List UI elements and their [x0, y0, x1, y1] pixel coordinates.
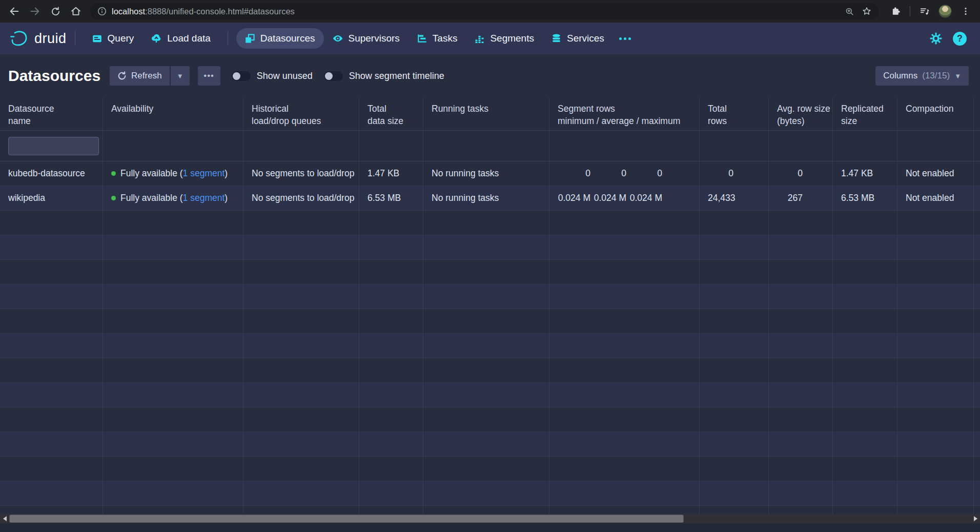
- empty-cell: [549, 506, 700, 514]
- zoom-page-icon[interactable]: [845, 7, 854, 16]
- column-header-load-drop-queues[interactable]: Historicalload/drop queues: [243, 97, 359, 130]
- empty-cell: [359, 358, 423, 382]
- nav-item-segments[interactable]: Segments: [466, 28, 543, 49]
- nav-item-tasks[interactable]: Tasks: [409, 28, 466, 49]
- segment-count-link[interactable]: 1 segment: [183, 168, 225, 179]
- show-segment-timeline-switch[interactable]: [324, 71, 343, 81]
- table-row-kubedb-datasource[interactable]: kubedb-datasourceFully available (1 segm…: [0, 161, 980, 186]
- empty-cell: [769, 358, 833, 382]
- scroll-right-button[interactable]: [971, 514, 980, 523]
- empty-cell: [103, 383, 243, 407]
- column-header-availability[interactable]: Availability: [103, 97, 243, 130]
- empty-cell: [897, 457, 974, 481]
- column-header-compaction[interactable]: Compaction: [897, 97, 974, 130]
- empty-cell: [769, 383, 833, 407]
- empty-cell: [897, 481, 974, 505]
- browser-reload-button[interactable]: [46, 2, 65, 21]
- table-filler-cell: [974, 186, 980, 210]
- column-header-line1: Total: [708, 103, 727, 115]
- segment-rows-avg: 0: [594, 168, 626, 179]
- profile-avatar: [938, 5, 952, 18]
- cell-segment-rows: 0.024 M0.024 M0.024 M: [549, 186, 700, 210]
- filter-cell: [897, 131, 974, 161]
- columns-dropdown-button[interactable]: Columns (13/15) ▼: [875, 66, 969, 86]
- browser-back-button[interactable]: [5, 2, 24, 21]
- cell-avg-row-size: 267: [769, 186, 833, 210]
- nav-item-supervisors[interactable]: Supervisors: [324, 28, 409, 49]
- empty-cell: [243, 334, 359, 358]
- column-header-total-data-size[interactable]: Totaldata size: [359, 97, 423, 130]
- browser-extensions-button[interactable]: [886, 2, 905, 21]
- cell-avg-row-size: 0: [769, 161, 833, 186]
- bookmark-star-icon[interactable]: [862, 6, 872, 16]
- empty-cell: [103, 506, 243, 514]
- refresh-button[interactable]: Refresh: [110, 66, 170, 86]
- empty-cell: [0, 358, 103, 382]
- nav-item-label: Query: [108, 33, 134, 44]
- empty-table-row: [0, 457, 980, 481]
- empty-cell: [833, 211, 897, 235]
- segment-count-link[interactable]: 1 segment: [183, 193, 225, 203]
- nav-item-label: Tasks: [433, 33, 458, 44]
- nav-item-datasources[interactable]: Datasources: [236, 28, 324, 49]
- column-header-segment-rows[interactable]: Segment rowsminimum / average / maximum: [549, 97, 700, 130]
- empty-cell: [423, 481, 549, 505]
- show-unused-switch[interactable]: [232, 71, 251, 81]
- datasource-filter-input[interactable]: [8, 137, 99, 155]
- empty-cell: [700, 457, 769, 481]
- column-header-total-rows[interactable]: Totalrows: [700, 97, 769, 130]
- empty-cell: [0, 432, 103, 456]
- nav-more-button[interactable]: [613, 32, 637, 45]
- empty-table-row: [0, 358, 980, 383]
- empty-cell: [833, 457, 897, 481]
- browser-menu-button[interactable]: [956, 2, 975, 21]
- filter-cell-datasource-name: [0, 131, 103, 161]
- browser-profile-button[interactable]: [936, 2, 954, 21]
- empty-cell: [103, 334, 243, 358]
- address-bar[interactable]: localhost:8888/unified-console.html#data…: [90, 3, 879, 19]
- site-info-icon[interactable]: [97, 7, 107, 16]
- browser-home-button[interactable]: [67, 2, 85, 21]
- horizontal-scrollbar[interactable]: [0, 514, 980, 523]
- empty-cell: [359, 309, 423, 333]
- column-header-avg-row-size[interactable]: Avg. row size(bytes): [769, 97, 833, 130]
- segment-rows-min: 0.024 M: [558, 193, 590, 203]
- nav-item-query[interactable]: Query: [84, 28, 143, 49]
- empty-cell: [549, 309, 700, 333]
- druid-logo[interactable]: druid: [9, 29, 67, 48]
- column-header-line1: Total: [368, 103, 386, 115]
- browser-forward-button[interactable]: [26, 2, 44, 21]
- column-header-replicated-size[interactable]: Replicatedsize: [833, 97, 897, 130]
- services-database-icon: [552, 34, 561, 44]
- empty-cell: [243, 358, 359, 382]
- empty-cell: [549, 284, 700, 309]
- empty-cell: [549, 457, 700, 481]
- scrollbar-thumb[interactable]: [9, 515, 684, 523]
- help-button[interactable]: ?: [953, 32, 967, 46]
- cell-total-rows: 0: [700, 161, 769, 186]
- toolbar-separator: [910, 6, 910, 16]
- column-header-datasource-name[interactable]: Datasourcename: [0, 97, 103, 130]
- column-header-running-tasks[interactable]: Running tasks: [423, 97, 549, 130]
- nav-item-services[interactable]: Services: [543, 28, 613, 49]
- refresh-interval-dropdown-button[interactable]: ▼: [171, 66, 190, 86]
- more-actions-button[interactable]: •••: [198, 66, 220, 86]
- empty-cell: [974, 235, 980, 259]
- table-row-wikipedia[interactable]: wikipediaFully available (1 segment)No s…: [0, 186, 980, 211]
- empty-cell: [423, 383, 549, 407]
- nav-item-load-data[interactable]: Load data: [142, 28, 219, 49]
- column-header-line1: Segment rows: [558, 103, 615, 115]
- scrollbar-track[interactable]: [684, 514, 971, 523]
- empty-cell: [243, 235, 359, 259]
- empty-cell: [769, 334, 833, 358]
- settings-gear-icon[interactable]: [929, 32, 943, 45]
- empty-cell: [359, 334, 423, 358]
- empty-cell: [549, 383, 700, 407]
- empty-cell: [359, 260, 423, 284]
- empty-cell: [243, 260, 359, 284]
- browser-media-controls-button[interactable]: [915, 2, 934, 21]
- scroll-left-button[interactable]: [0, 514, 9, 523]
- column-header-line1: Avg. row size: [777, 103, 830, 115]
- empty-cell: [0, 235, 103, 259]
- switch-knob: [233, 72, 240, 80]
